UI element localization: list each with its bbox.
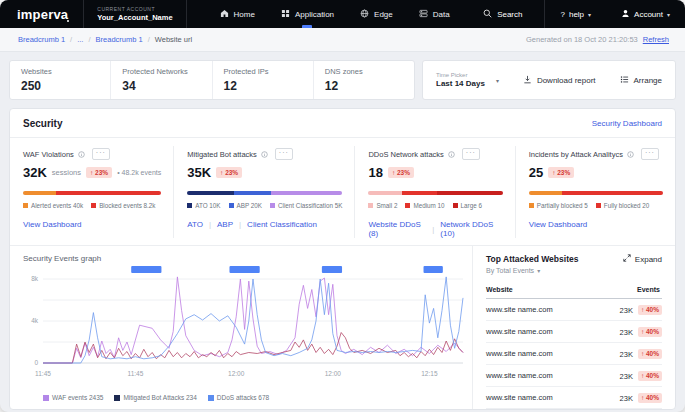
more-options-button[interactable]: ··· xyxy=(641,148,659,160)
legend-swatch xyxy=(229,203,234,208)
metric-title: WAF Violations xyxy=(23,150,74,159)
card-link[interactable]: View Dashboard xyxy=(529,220,588,229)
card-links: View Dashboard xyxy=(529,220,663,229)
help-menu[interactable]: ? help ▾ xyxy=(545,0,606,28)
metric-title: DDoS Network attacks xyxy=(368,150,443,159)
card-link[interactable]: Network DDoS (10) xyxy=(440,220,502,238)
info-icon[interactable] xyxy=(627,151,634,158)
stat-label: Protected IPs xyxy=(224,67,302,76)
chart-title: Security Events graph xyxy=(23,254,468,263)
legend-item: Large 6 xyxy=(453,202,482,209)
more-options-button[interactable]: ··· xyxy=(92,148,110,160)
trend-badge: ↑ 40% xyxy=(638,305,662,315)
account-label: Account xyxy=(634,10,663,19)
svg-text:12:15: 12:15 xyxy=(421,370,438,377)
current-account-selector[interactable]: CURRENT ACCOUNT Your_Account_Name xyxy=(83,0,186,28)
svg-text:12:00: 12:00 xyxy=(228,370,245,377)
sort-dropdown[interactable]: By Total Events ▾ xyxy=(486,267,578,274)
more-options-button[interactable]: ··· xyxy=(275,148,293,160)
chart-legend-item[interactable]: Mitigated Bot Attacks 234 xyxy=(114,394,196,401)
app-window: imperva CURRENT ACCOUNT Your_Account_Nam… xyxy=(0,0,685,412)
top-navbar: imperva CURRENT ACCOUNT Your_Account_Nam… xyxy=(0,0,685,28)
download-icon xyxy=(523,75,532,86)
breadcrumb-collapsed[interactable]: ... xyxy=(77,35,83,44)
metric-value: 18 xyxy=(368,165,382,180)
stat-protected-networks: Protected Networks 34 xyxy=(110,61,211,99)
chart-annotation-bar[interactable] xyxy=(229,266,259,273)
nav-label: Edge xyxy=(374,10,393,19)
arrange-button[interactable]: Arrange xyxy=(620,75,662,86)
account-menu[interactable]: Account ▾ xyxy=(606,0,685,28)
data-icon xyxy=(419,9,428,20)
metric-title: Incidents by Attack Analitycs xyxy=(529,150,623,159)
stacked-bar xyxy=(368,191,502,195)
svg-text:12:00: 12:00 xyxy=(325,370,342,377)
time-picker[interactable]: Time Picker Last 14 Days ▾ xyxy=(436,72,499,89)
chart-annotation-bar[interactable] xyxy=(131,266,161,273)
breadcrumb-link[interactable]: Breadcrumb 1 xyxy=(18,35,65,44)
breadcrumb-separator: / xyxy=(148,35,150,44)
link-separator: | xyxy=(209,220,211,229)
events-cell: 23K↑ 40% xyxy=(594,321,662,343)
search-button[interactable]: Search xyxy=(473,0,544,28)
legend-swatch xyxy=(529,203,534,208)
card-link[interactable]: Client Classification xyxy=(247,220,317,229)
chart-annotation-bar[interactable] xyxy=(322,266,342,273)
info-icon[interactable] xyxy=(78,151,85,158)
chart-line-series xyxy=(43,333,463,364)
chart-legend-item[interactable]: WAF events 2435 xyxy=(43,394,103,401)
breadcrumb-separator: / xyxy=(70,35,72,44)
legend-swatch xyxy=(453,203,458,208)
bar-segment xyxy=(402,191,437,195)
stat-value: 12 xyxy=(224,79,302,93)
security-events-graph: Security Events graph 8k4k011:4511:4512:… xyxy=(10,246,472,409)
stat-label: Websites xyxy=(21,67,99,76)
link-separator: | xyxy=(239,220,241,229)
legend-swatch xyxy=(43,395,49,401)
table-row: www.site name.com23K↑ 40% xyxy=(486,299,662,321)
nav-item-data[interactable]: Data xyxy=(406,0,463,28)
info-icon[interactable] xyxy=(448,151,455,158)
expand-button[interactable]: Expand xyxy=(623,254,662,264)
trend-badge: ↑ 23% xyxy=(548,167,574,178)
website-cell: www.site name.com xyxy=(486,365,594,387)
events-cell: 23K↑ 40% xyxy=(594,365,662,387)
card-link[interactable]: ABP xyxy=(217,220,233,229)
legend-swatch xyxy=(23,203,28,208)
stats-row: Websites 250 Protected Networks 34 Prote… xyxy=(9,60,676,100)
chart-annotation-bar[interactable] xyxy=(424,266,443,273)
download-label: Download report xyxy=(537,76,596,85)
chart-legend-item[interactable]: DDoS attacks 678 xyxy=(208,394,269,401)
chevron-down-icon: ▾ xyxy=(588,11,591,18)
chart-line-series xyxy=(43,277,463,363)
card-links: Website DDoS (8)|Network DDoS (10) xyxy=(368,220,502,238)
nav-item-application[interactable]: Application xyxy=(268,0,347,28)
website-cell: www.site name.com xyxy=(486,299,594,321)
security-dashboard-link[interactable]: Security Dashboard xyxy=(592,119,662,128)
download-report-button[interactable]: Download report xyxy=(523,75,596,86)
legend-swatch xyxy=(596,203,601,208)
legend-swatch xyxy=(91,203,96,208)
card-link[interactable]: View Dashboard xyxy=(23,220,82,229)
website-cell: www.site name.com xyxy=(486,387,594,409)
time-picker-label: Time Picker xyxy=(436,72,485,78)
stacked-bar xyxy=(529,191,663,195)
refresh-link[interactable]: Refresh xyxy=(643,35,669,44)
breadcrumb-link[interactable]: Breadcrumb 1 xyxy=(96,35,143,44)
card-link[interactable]: ATO xyxy=(187,220,203,229)
navbar-right: Search ? help ▾ Account ▾ xyxy=(473,0,685,28)
metric-value: 35K xyxy=(187,165,211,180)
logo-text: imperva xyxy=(17,7,68,22)
chart-svg: 8k4k011:4511:4512:0012:0012:15 xyxy=(23,263,469,387)
legend-item: Fully blocked 20 xyxy=(596,202,650,209)
bar-segment xyxy=(368,191,402,195)
nav-item-home[interactable]: Home xyxy=(207,0,268,28)
imperva-logo[interactable]: imperva xyxy=(0,0,83,28)
card-link[interactable]: Website DDoS (8) xyxy=(368,220,426,238)
nav-item-edge[interactable]: Edge xyxy=(347,0,406,28)
more-options-button[interactable]: ··· xyxy=(462,148,480,160)
bar-segment xyxy=(529,191,563,195)
stat-value: 12 xyxy=(325,79,403,93)
info-icon[interactable] xyxy=(261,151,268,158)
security-title: Security xyxy=(23,118,62,129)
